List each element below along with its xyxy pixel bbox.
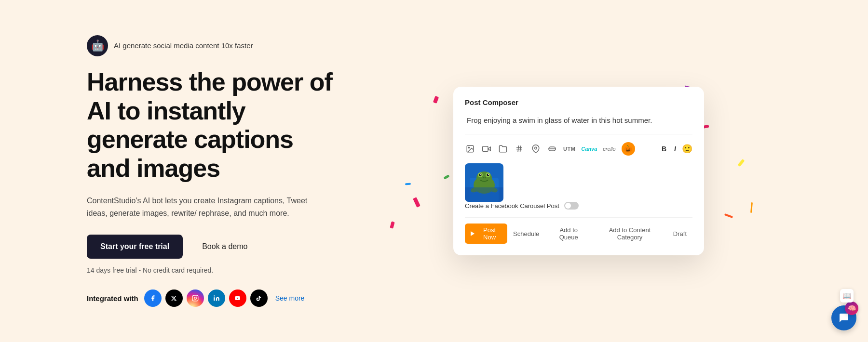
post-composer-card: Post Composer Frog enjoying a swim in gl… (453, 87, 704, 255)
card-text-content: Frog enjoying a swim in glass of water i… (465, 116, 692, 124)
carousel-row: Create a Facebook Carousel Post (465, 202, 692, 210)
action-buttons: Post Now Schedule Add to Queue Add to Co… (465, 217, 692, 244)
confetti-orange-2 (724, 213, 733, 218)
cta-row: Start your free trial Book a demo (87, 235, 338, 259)
frog-image-preview (465, 163, 503, 202)
linkedin-icon[interactable] (208, 289, 225, 307)
schedule-button[interactable]: Schedule (507, 227, 545, 240)
crello-badge: crello (603, 146, 615, 152)
bold-button[interactable]: B (660, 144, 668, 154)
confetti-pink-3 (413, 197, 420, 208)
carousel-toggle[interactable] (564, 202, 579, 210)
svg-rect-28 (465, 187, 503, 202)
draft-button[interactable]: Draft (667, 227, 692, 240)
badge-row: 🤖 AI generate social media content 10x f… (87, 35, 338, 56)
svg-rect-8 (483, 146, 488, 152)
card-toolbar: UTM Canva crello 🎃 B I 🙂 (465, 142, 692, 156)
left-content: 🤖 AI generate social media content 10x f… (87, 35, 338, 307)
confetti-pink-4 (390, 221, 394, 228)
book-icon-button[interactable]: 📖 (840, 289, 854, 303)
utm-badge: UTM (563, 146, 575, 152)
chat-widget-area: 🧠 (831, 305, 856, 330)
emoji-picker-icon[interactable]: 🙂 (682, 144, 692, 154)
confetti-yellow-2 (738, 159, 745, 167)
x-twitter-icon[interactable] (165, 289, 183, 307)
confetti-blue-1 (405, 183, 411, 185)
book-demo-button[interactable]: Book a demo (192, 235, 257, 259)
emoji-pumpkin[interactable]: 🎃 (622, 142, 635, 156)
svg-point-13 (535, 147, 537, 149)
youtube-icon[interactable] (229, 289, 246, 307)
toolbar-left: UTM Canva crello 🎃 (465, 142, 635, 156)
svg-point-2 (196, 296, 197, 297)
headline: Harness the power of AI to instantly gen… (87, 68, 338, 183)
location-icon[interactable] (530, 144, 541, 154)
start-trial-button[interactable]: Start your free trial (87, 235, 183, 259)
svg-point-21 (487, 174, 489, 176)
carousel-label: Create a Facebook Carousel Post (465, 202, 559, 210)
toolbar-right: B I 🙂 (660, 144, 692, 154)
ai-brain-icon[interactable]: 🧠 (845, 302, 858, 315)
right-content: Post Composer Frog enjoying a swim in gl… (376, 87, 781, 255)
svg-point-25 (485, 177, 486, 178)
badge-text: AI generate social media content 10x fas… (114, 41, 253, 50)
trial-note: 14 days free trial - No credit card requ… (87, 266, 338, 274)
canva-badge: Canva (581, 146, 597, 152)
social-icons-list (144, 289, 268, 307)
svg-point-20 (479, 174, 482, 176)
confetti-green-1 (444, 174, 450, 179)
instagram-icon[interactable] (187, 289, 204, 307)
integrations-label: Integrated with (87, 294, 138, 303)
confetti-orange-3 (750, 202, 753, 213)
card-divider (465, 134, 692, 134)
italic-button[interactable]: I (672, 144, 678, 154)
play-icon (471, 231, 475, 236)
tiktok-icon[interactable] (250, 289, 268, 307)
svg-line-12 (520, 145, 521, 152)
svg-marker-7 (488, 147, 490, 151)
add-to-queue-button[interactable]: Add to Queue (545, 224, 592, 244)
confetti-pink-1 (433, 96, 439, 104)
svg-point-23 (488, 174, 489, 175)
svg-point-24 (483, 177, 484, 178)
robot-icon: 🤖 (87, 35, 108, 56)
svg-rect-0 (192, 295, 198, 301)
description: ContentStudio's AI bot lets you create I… (87, 195, 309, 219)
video-icon[interactable] (481, 144, 492, 154)
svg-line-11 (518, 145, 519, 152)
image-icon[interactable] (465, 144, 475, 154)
svg-point-3 (214, 295, 215, 296)
svg-point-6 (468, 147, 469, 148)
post-now-button[interactable]: Post Now (465, 224, 507, 244)
add-to-content-category-button[interactable]: Add to Content Category (592, 224, 667, 244)
svg-point-1 (194, 297, 196, 300)
svg-point-22 (480, 174, 481, 175)
see-more-link[interactable]: See more (275, 294, 305, 302)
link-icon[interactable] (547, 144, 557, 154)
hashtag-icon[interactable] (514, 144, 525, 154)
card-title: Post Composer (465, 98, 692, 106)
integrations-row: Integrated with (87, 289, 338, 307)
folder-icon[interactable] (498, 144, 508, 154)
facebook-icon[interactable] (144, 289, 162, 307)
